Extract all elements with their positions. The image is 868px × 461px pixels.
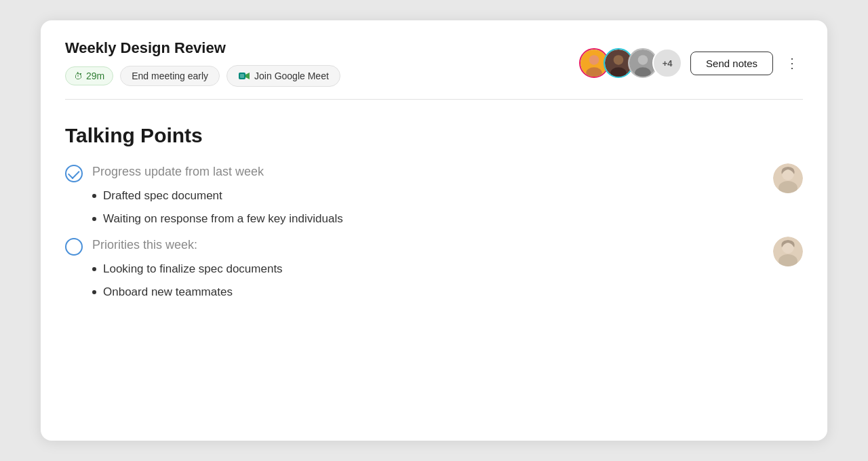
sub-item-1-1: Drafted spec document — [92, 189, 803, 203]
agenda-item-label-2: Priorities this week: — [92, 238, 197, 252]
bullet-icon — [92, 290, 96, 294]
meeting-content: Talking Points Progress update from last… — [41, 100, 827, 326]
meeting-title: Weekly Design Review — [65, 39, 340, 57]
header-left: Weekly Design Review ⏱ 29m End meeting e… — [65, 39, 340, 87]
bullet-icon — [92, 267, 96, 271]
timer-badge: ⏱ 29m — [65, 66, 113, 85]
agenda-item-1: Progress update from last week — [65, 163, 803, 182]
meeting-card: Weekly Design Review ⏱ 29m End meeting e… — [41, 20, 827, 441]
join-meet-button[interactable]: Join Google Meet — [226, 65, 340, 87]
bullet-icon — [92, 217, 96, 221]
timer-value: 29m — [86, 71, 104, 81]
bullet-icon — [92, 194, 96, 198]
side-avatar-2 — [773, 237, 803, 266]
svg-rect-2 — [240, 74, 244, 78]
google-meet-icon — [238, 70, 250, 82]
header-actions: ⏱ 29m End meeting early Join Google Meet — [65, 65, 340, 87]
side-avatar-1 — [773, 163, 803, 193]
svg-point-7 — [614, 55, 624, 65]
end-meeting-button[interactable]: End meeting early — [120, 66, 220, 86]
sub-item-2-2: Onboard new teammates — [92, 285, 803, 299]
timer-icon: ⏱ — [74, 71, 83, 81]
svg-point-4 — [589, 55, 599, 65]
join-meet-label: Join Google Meet — [254, 71, 329, 81]
more-options-button[interactable]: ⋮ — [781, 51, 803, 75]
check-done-icon-1[interactable] — [65, 165, 83, 182]
svg-marker-1 — [245, 73, 250, 79]
svg-point-10 — [638, 55, 648, 65]
meeting-header: Weekly Design Review ⏱ 29m End meeting e… — [41, 20, 827, 99]
check-empty-icon-2[interactable] — [65, 238, 83, 256]
send-notes-button[interactable]: Send notes — [690, 52, 773, 75]
more-dots-icon: ⋮ — [785, 55, 799, 71]
sub-item-1-2: Waiting on response from a few key indiv… — [92, 212, 803, 226]
attendee-avatars: +4 — [579, 48, 682, 78]
section-title: Talking Points — [65, 124, 803, 147]
header-right: +4 Send notes ⋮ — [579, 48, 803, 78]
extra-attendees-badge: +4 — [652, 48, 682, 78]
sub-items-2: Looking to finalize spec documents Onboa… — [92, 262, 803, 299]
sub-items-1: Drafted spec document Waiting on respons… — [92, 189, 803, 226]
sub-item-2-1: Looking to finalize spec documents — [92, 262, 803, 276]
agenda-item-2: Priorities this week: — [65, 237, 803, 256]
agenda-item-label-1: Progress update from last week — [92, 165, 264, 178]
